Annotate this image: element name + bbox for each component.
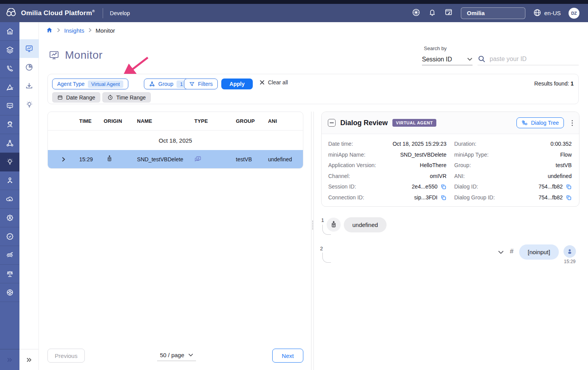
sidebar-item-user-settings[interactable] — [0, 209, 19, 227]
person-icon — [566, 248, 573, 255]
agent-type-filter-button[interactable]: Agent Type Virtual Agent — [52, 79, 128, 89]
field-value: 754...fb82 — [513, 192, 572, 203]
virtual-agent-badge: VIRTUAL AGENT — [392, 119, 436, 127]
chevron-right-icon — [88, 27, 92, 34]
navbar-section-develop[interactable]: Develop — [110, 10, 130, 16]
user-avatar[interactable]: DZ — [569, 8, 579, 19]
field-value: 0:00.352 — [513, 139, 572, 150]
sidebar-item-support[interactable] — [0, 283, 19, 302]
sidebar-item-exports[interactable] — [19, 77, 39, 95]
apply-button[interactable]: Apply — [221, 79, 253, 89]
breadcrumb-home-icon[interactable] — [46, 27, 53, 35]
date-range-button[interactable]: Date Range — [52, 92, 100, 103]
sidebar-item-compliance[interactable] — [0, 265, 19, 283]
double-chevron-right-icon — [6, 357, 13, 363]
field-label: Dialog Group ID: — [446, 192, 513, 203]
more-options-button[interactable] — [572, 120, 573, 126]
window-top-strip — [0, 0, 588, 4]
sidebar-item-miniapps[interactable] — [0, 41, 19, 59]
col-header-name[interactable]: NAME — [137, 118, 194, 124]
sidebar-item-bots[interactable] — [0, 171, 19, 190]
sidebar-item-discovery[interactable] — [19, 95, 39, 114]
feedback-note-icon[interactable] — [444, 8, 453, 18]
sidebar-item-numbers[interactable] — [0, 59, 19, 78]
copy-icon[interactable] — [566, 195, 572, 201]
sidebar-item-insights[interactable] — [0, 153, 19, 171]
col-header-type[interactable]: TYPE — [194, 118, 236, 124]
chat-bubbles-icon — [194, 155, 201, 162]
secondary-sidebar — [19, 22, 39, 370]
breadcrumb-insights-link[interactable]: Insights — [64, 27, 84, 34]
sidebar-item-monitor[interactable] — [19, 39, 39, 58]
dialog-tree-button[interactable]: Dialog Tree — [516, 117, 564, 128]
org-selector[interactable]: Omilia — [461, 7, 525, 19]
field-value: testVB — [513, 160, 572, 171]
table-row[interactable]: 15:29 SND_testVBDelete testVB undefined — [48, 150, 303, 169]
scales-icon — [6, 270, 14, 278]
turn-number: 2 — [320, 246, 323, 251]
results-table: TIME ORIGIN NAME TYPE GROUP ANI Oct 18, … — [47, 112, 303, 169]
badge-check-icon — [6, 232, 14, 241]
chevron-down-icon — [498, 250, 504, 254]
gear-user-icon — [6, 214, 14, 222]
row-expand-chevron[interactable] — [48, 157, 79, 162]
sidebar-item-certification[interactable] — [0, 227, 19, 246]
expand-turn-chevron[interactable] — [498, 249, 504, 256]
apps-wheel-icon[interactable] — [412, 8, 420, 18]
page-title-row: Monitor — [49, 49, 103, 61]
field-value: 2e4...e550 — [387, 182, 446, 192]
bot-message-text: undefined — [352, 222, 378, 228]
download-icon — [25, 82, 33, 90]
copy-icon[interactable] — [441, 195, 446, 201]
copy-icon[interactable] — [566, 184, 572, 190]
primary-rail-collapse-button[interactable] — [0, 349, 19, 370]
search-mode-select[interactable]: Session ID — [422, 54, 472, 65]
clear-all-button[interactable]: Clear all — [259, 79, 288, 86]
panel-split-divider[interactable] — [311, 112, 314, 370]
cell-type — [194, 155, 236, 164]
field-label: miniApp Type: — [446, 150, 513, 161]
lightbulb-icon — [6, 158, 14, 166]
pie-chart-icon — [25, 63, 33, 72]
cell-ani: undefined — [268, 156, 303, 162]
hash-annotation[interactable]: # — [510, 248, 513, 255]
dialog-review-header: Dialog Review VIRTUAL AGENT Dialog Tree — [322, 112, 579, 134]
sidebar-item-orchestrator[interactable] — [0, 134, 19, 153]
notifications-bell-icon[interactable] — [428, 8, 436, 18]
field-label: Connection ID: — [328, 192, 387, 203]
bot-message-bubble[interactable]: undefined — [344, 217, 387, 232]
col-header-group[interactable]: GROUP — [236, 118, 268, 124]
monitor-title-icon — [49, 50, 60, 61]
cell-origin — [104, 155, 137, 164]
sidebar-item-home[interactable] — [0, 22, 19, 41]
brand-title: Omilia Cloud Platform® — [21, 9, 95, 17]
next-page-button[interactable]: Next — [272, 349, 303, 363]
sidebar-item-kiosk[interactable] — [0, 97, 19, 115]
divider-drag-handle[interactable] — [312, 221, 313, 229]
col-header-ani[interactable]: ANI — [268, 118, 303, 124]
search-input[interactable] — [490, 56, 567, 63]
sidebar-item-cloud[interactable] — [0, 190, 19, 209]
time-range-button[interactable]: Time Range — [102, 92, 151, 103]
bulb-small-icon — [25, 101, 33, 109]
sidebar-item-analytics[interactable] — [0, 78, 19, 97]
copy-icon[interactable] — [441, 184, 446, 190]
registered-mark: ® — [92, 9, 95, 13]
tree-icon — [522, 120, 528, 126]
user-message-bubble[interactable]: [noinput] — [519, 244, 559, 260]
locale-selector[interactable]: en-US — [533, 9, 561, 18]
sidebar-item-tools[interactable] — [0, 246, 19, 265]
previous-page-button[interactable]: Previous — [47, 349, 85, 363]
cloud-icon — [5, 195, 14, 203]
page-size-select[interactable]: 50 / page — [157, 349, 196, 361]
lifebuoy-icon — [6, 288, 14, 297]
sidebar-item-reports[interactable] — [19, 58, 39, 77]
robot-icon — [330, 221, 337, 229]
secondary-rail-collapse-button[interactable] — [19, 349, 38, 370]
collapse-panel-button[interactable] — [328, 119, 336, 127]
sidebar-item-agents[interactable] — [0, 115, 19, 134]
col-header-time[interactable]: TIME — [79, 118, 104, 124]
table-header-row: TIME ORIGIN NAME TYPE GROUP ANI — [48, 112, 303, 131]
filters-button[interactable]: Filters — [184, 79, 218, 89]
col-header-origin[interactable]: ORIGIN — [104, 118, 137, 124]
